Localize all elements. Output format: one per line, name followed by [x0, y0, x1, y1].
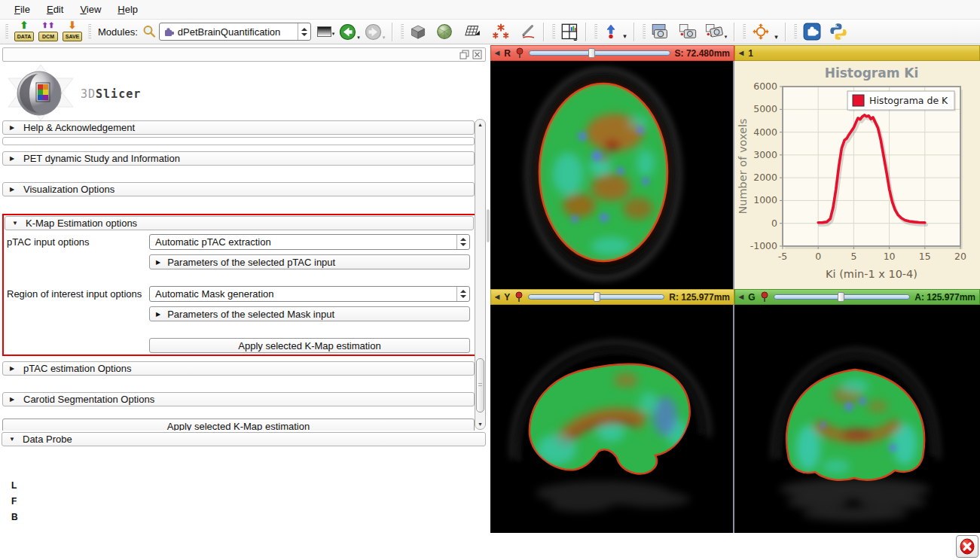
section-data-probe[interactable]: ▼ Data Probe [2, 432, 486, 446]
green-slice-slider[interactable] [774, 294, 911, 300]
pushpin-icon[interactable] [515, 47, 524, 59]
panel-close-icon[interactable] [472, 50, 482, 59]
scene-view-menu-button[interactable]: ▾ [704, 23, 728, 40]
red-slice-slider[interactable] [529, 50, 670, 56]
module-puzzle-icon [163, 27, 174, 37]
roi-input-combobox[interactable]: Automatic Mask generation [149, 286, 470, 302]
scrollbar-thumb[interactable] [476, 358, 484, 412]
histogram-chart[interactable]: -505101520-10000100020003000400050006000… [734, 61, 980, 289]
extensions-button[interactable] [803, 23, 821, 41]
collapse-arrow-icon[interactable]: ◀ [739, 50, 743, 57]
sagittal-slice-image[interactable] [490, 305, 734, 533]
screenshot-button[interactable] [652, 23, 670, 40]
svg-text:15: 15 [919, 251, 931, 262]
yellow-slice-slider[interactable] [528, 294, 664, 300]
purple-arrows-icon: ⬆⬆ [38, 20, 59, 31]
panel-scrollbar[interactable]: ▲ ▼ [475, 119, 486, 430]
pin-icon [603, 23, 618, 40]
collapse-arrow-icon[interactable]: ◀ [495, 50, 499, 57]
models-button[interactable] [436, 23, 453, 40]
slices-button[interactable] [463, 23, 481, 40]
scroll-up-icon[interactable]: ▲ [478, 122, 483, 127]
crosshair-button[interactable]: ▾ [752, 23, 778, 41]
ptac-input-combobox[interactable]: Automatic pTAC extraction [149, 234, 470, 250]
toolbar-drag-handle[interactable] [88, 24, 91, 39]
green-slice-offset: A: 125.977mm [914, 292, 975, 303]
dicom-button[interactable]: ⬆⬆ DCM [38, 22, 59, 42]
svg-text:0: 0 [771, 218, 777, 229]
toolbar-drag-handle[interactable] [794, 24, 797, 39]
section-visualization-options[interactable]: ▶ Visualization Options [2, 182, 475, 196]
window-level-button[interactable]: ▾ [317, 26, 335, 37]
mask-parameters-button[interactable]: ▶ Parameters of the selected Mask input [149, 306, 470, 321]
section-help-acknowledgement[interactable]: ▶ Help & Acknowledgement [2, 120, 475, 135]
panel-splitter-handle[interactable] [487, 209, 490, 242]
expanded-arrow-icon: ▼ [9, 436, 16, 443]
apply-kmap-button[interactable]: Apply selected K-Map estimation [149, 338, 470, 353]
module-selector-spinner[interactable] [298, 23, 310, 40]
menu-file[interactable]: File [6, 1, 38, 18]
toolbar-drag-handle[interactable] [401, 24, 404, 39]
python-console-button[interactable] [829, 23, 847, 41]
scene-view-camera-icon [678, 23, 698, 40]
float-panel-icon[interactable] [459, 50, 469, 59]
forward-button[interactable]: ▾ [365, 23, 386, 41]
scene-view-button[interactable] [678, 23, 698, 40]
svg-text:20: 20 [954, 251, 966, 262]
close-application-button[interactable] [956, 535, 978, 558]
toolbar-drag-handle[interactable] [643, 24, 646, 39]
extensions-icon [803, 23, 821, 41]
toolbar-drag-handle[interactable] [5, 24, 8, 39]
volume-rendering-button[interactable] [410, 23, 426, 40]
svg-text:5000: 5000 [753, 103, 777, 114]
module-selector[interactable]: dPetBrainQuantification [159, 23, 311, 41]
pin-button[interactable]: ▾ [603, 23, 627, 40]
svg-text:0: 0 [815, 251, 821, 262]
layout-selector-button[interactable] [561, 23, 579, 41]
red-viewer-label: R [504, 48, 511, 59]
section-carotid-segmentation[interactable]: ▶ Carotid Segmentation Options [2, 392, 475, 406]
toolbar-drag-handle[interactable] [594, 24, 597, 39]
section-pet-dynamic-study[interactable]: ▶ PET dynamic Study and Information [2, 151, 475, 166]
pushpin-icon[interactable] [514, 291, 524, 303]
toolbar-drag-handle[interactable] [552, 24, 555, 39]
ptac-parameters-button[interactable]: ▶ Parameters of the selected pTAC input [149, 254, 470, 269]
back-button[interactable]: ▾ [339, 23, 360, 41]
close-icon [959, 538, 975, 555]
fiducials-button[interactable] [492, 23, 510, 40]
scroll-down-icon[interactable]: ▼ [478, 422, 483, 427]
save-icon: SAVE [63, 32, 82, 41]
pushpin-icon[interactable] [760, 291, 769, 303]
search-icon[interactable] [142, 25, 156, 38]
menu-help[interactable]: Help [109, 1, 146, 18]
toolbar-drag-handle[interactable] [743, 24, 746, 39]
menu-view[interactable]: View [72, 1, 109, 18]
collapse-arrow-icon[interactable]: ◀ [495, 294, 499, 301]
menu-bar: File Edit View Help [0, 0, 980, 20]
probe-layer-f: F [11, 496, 18, 512]
orange-down-arrow-icon: ⬇ [62, 20, 83, 31]
menu-edit[interactable]: Edit [38, 1, 72, 18]
combobox-spinner-icon [456, 287, 469, 301]
scene-view-camera-icon [704, 23, 724, 40]
ptac-input-label: pTAC input options [7, 234, 90, 250]
svg-text:2000: 2000 [753, 172, 777, 183]
apply-kmap-button-clipped[interactable]: Apply selected K-Map estimation [2, 418, 475, 431]
expanded-arrow-icon: ▼ [12, 220, 19, 227]
screenshot-camera-icon [652, 23, 670, 40]
load-data-button[interactable]: ⬆ DATA [14, 22, 35, 42]
section-label: Carotid Segmentation Options [23, 394, 154, 405]
green-up-arrow-icon: ⬆ [14, 20, 35, 31]
axial-slice-image[interactable] [490, 61, 734, 289]
section-label: K-Map Estimation options [26, 218, 137, 229]
section-kmap-estimation[interactable]: ▼ K-Map Estimation options [5, 216, 474, 230]
annotation-button[interactable] [520, 23, 536, 40]
coronal-slice-image[interactable] [734, 305, 980, 533]
svg-text:Histograma de K: Histograma de K [869, 95, 948, 106]
collapse-arrow-icon[interactable]: ◀ [739, 294, 743, 301]
section-ptac-estimation[interactable]: ▶ pTAC estimation Options [2, 361, 475, 376]
collapsed-arrow-icon: ▶ [10, 124, 17, 131]
save-button[interactable]: ⬇ SAVE [62, 22, 83, 42]
green-slice-viewer: ◀ G A: 125.977mm [734, 289, 980, 533]
svg-text:-1000: -1000 [750, 240, 777, 251]
